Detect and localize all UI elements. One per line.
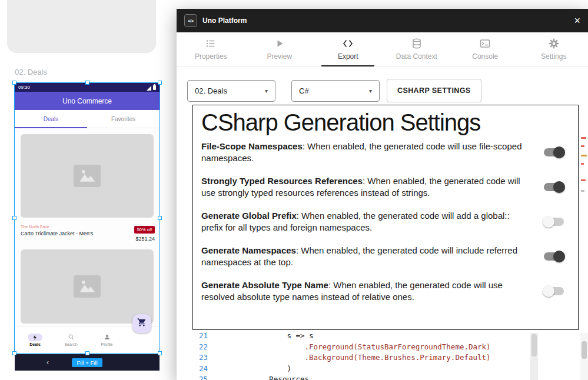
setting-row-strongly-typed-resources: Strongly Typed Resources References: Whe… xyxy=(201,175,570,199)
nav-item-deals[interactable]: Deals xyxy=(17,327,53,353)
toggle-generate-global-prefix[interactable] xyxy=(544,218,564,226)
line-number: 24 xyxy=(192,364,208,375)
line-number: 25 xyxy=(192,374,208,380)
code-line: 24 ) xyxy=(192,364,530,375)
code-line: 23 .Background(Theme.Brushes.Primary.Def… xyxy=(192,352,530,364)
setting-text: Generate Namespaces: When enabled, the g… xyxy=(201,245,531,268)
nav-item-profile[interactable]: Profile xyxy=(89,327,125,353)
line-number: 23 xyxy=(192,352,208,364)
dialog-title: CSharp Generation Settings xyxy=(201,109,570,136)
app-bar: Uno Commerce xyxy=(15,92,160,110)
setting-text: Generate Global Prefix: When enabled, th… xyxy=(201,210,531,234)
setting-row-generate-absolute-type-name: Generate Absolute Type Name: When enable… xyxy=(201,279,570,303)
tab-data-context[interactable]: Data Context xyxy=(383,32,451,66)
cart-fab-button[interactable] xyxy=(132,314,151,333)
page-select-value: 02. Deals xyxy=(195,86,227,95)
chevron-down-icon: ▾ xyxy=(265,88,268,94)
setting-row-generate-global-prefix: Generate Global Prefix: When enabled, th… xyxy=(201,210,570,234)
list-icon xyxy=(205,38,217,49)
csharp-settings-button[interactable]: CSHARP SETTINGS xyxy=(387,79,481,102)
discount-badge: 50% off xyxy=(134,226,155,234)
language-select[interactable]: C# ▾ xyxy=(291,80,380,102)
page-select[interactable]: 02. Deals ▾ xyxy=(187,80,275,102)
code-text: Resources xyxy=(216,374,309,380)
product-brand: The North Face xyxy=(21,225,93,229)
app-title: Uno Commerce xyxy=(62,97,112,105)
code-minimap[interactable] xyxy=(580,109,588,326)
product-image-placeholder-2 xyxy=(21,249,154,324)
search-icon xyxy=(68,334,75,341)
collapse-chevron-icon[interactable]: ‹ xyxy=(46,358,49,366)
line-number: 21 xyxy=(192,331,208,342)
close-icon[interactable]: × xyxy=(574,15,580,26)
tab-label: Console xyxy=(472,52,498,61)
toggle-generate-absolute-type-name[interactable] xyxy=(544,287,564,295)
code-scrollbar[interactable] xyxy=(530,333,538,380)
code-line: 25 Resources xyxy=(192,374,530,380)
selection-handle-bottom[interactable] xyxy=(85,351,89,355)
code-editor[interactable]: 21 s => s 22 .Foreground(StatusBarForegr… xyxy=(192,331,530,380)
status-icons xyxy=(147,82,156,93)
tab-label: Export xyxy=(338,52,358,61)
code-icon xyxy=(342,38,354,49)
nav-label-search: Search xyxy=(64,342,77,346)
tab-settings[interactable]: Settings xyxy=(520,32,588,66)
product-price: $251.24 xyxy=(134,236,155,242)
setting-text: Strongly Typed Resources References: Whe… xyxy=(201,175,531,199)
setting-label: Generate Global Prefix xyxy=(201,211,297,221)
selection-handle-tr[interactable] xyxy=(158,81,162,85)
tab-properties[interactable]: Properties xyxy=(177,32,245,66)
tab-preview[interactable]: Preview xyxy=(245,32,314,66)
phone-frame[interactable]: 09:30 Uno Commerce Deals Favorites The N… xyxy=(15,83,160,353)
setting-label: Generate Namespaces xyxy=(201,245,296,255)
toggle-generate-namespaces[interactable] xyxy=(544,252,564,261)
line-number: 22 xyxy=(192,342,208,353)
code-text: .Background(Theme.Brushes.Primary.Defaul… xyxy=(216,352,491,364)
code-text: s => s xyxy=(216,331,314,342)
image-icon xyxy=(74,275,101,298)
selection-handle-left[interactable] xyxy=(12,216,16,220)
selection-handle-top[interactable] xyxy=(85,81,89,85)
lightning-icon xyxy=(28,334,42,341)
toggle-file-scope-namespaces[interactable] xyxy=(544,148,564,156)
status-time: 09:30 xyxy=(18,85,30,90)
cart-icon xyxy=(137,318,147,329)
tab-deals[interactable]: Deals xyxy=(15,110,87,128)
toggle-strongly-typed-resources[interactable] xyxy=(544,183,564,191)
tab-label: Properties xyxy=(195,52,227,61)
nav-item-search[interactable]: Search xyxy=(53,327,89,353)
selection-handle-bl[interactable] xyxy=(12,351,16,355)
panel-header: </> Uno Platform × xyxy=(177,9,588,32)
tab-export[interactable]: Export xyxy=(314,32,383,66)
setting-label: File-Scope Namespaces xyxy=(201,141,303,151)
code-text: .Foreground(StatusBarForegroundTheme.Dar… xyxy=(216,342,491,353)
tab-favorites[interactable]: Favorites xyxy=(87,110,160,128)
product-image-placeholder xyxy=(21,134,154,218)
setting-text: Generate Absolute Type Name: When enable… xyxy=(201,279,531,303)
uno-platform-panel: </> Uno Platform × Properties Preview Ex… xyxy=(177,9,588,380)
nav-label-deals: Deals xyxy=(29,342,41,346)
person-icon xyxy=(104,334,111,341)
nav-label-profile: Profile xyxy=(101,342,113,346)
language-select-value: C# xyxy=(299,86,309,95)
selection-handle-tl[interactable] xyxy=(12,81,16,85)
tab-label: Preview xyxy=(267,52,292,61)
setting-row-generate-namespaces: Generate Namespaces: When enabled, the g… xyxy=(201,245,570,268)
phone-tab-bar: Deals Favorites xyxy=(15,110,160,128)
frame-label[interactable]: 02. Deals xyxy=(15,68,47,76)
setting-text: File-Scope Namespaces: When enabled, the… xyxy=(201,141,531,164)
panel-scrollbar[interactable] xyxy=(580,333,588,380)
tab-console[interactable]: Console xyxy=(451,32,520,66)
code-line: 22 .Foreground(StatusBarForegroundTheme.… xyxy=(192,342,530,353)
selection-handle-right[interactable] xyxy=(158,216,162,220)
chevron-down-icon: ▾ xyxy=(369,88,372,94)
selection-handle-br[interactable] xyxy=(158,351,162,355)
battery-icon xyxy=(153,85,156,90)
database-icon xyxy=(411,38,423,49)
canvas-artboard-shadow xyxy=(7,0,156,53)
play-icon xyxy=(274,38,285,49)
image-icon xyxy=(74,165,101,187)
fill-sizing-badge[interactable]: Fill × Fill xyxy=(72,358,102,367)
panel-title: Uno Platform xyxy=(202,16,247,25)
tab-label: Settings xyxy=(541,52,566,61)
